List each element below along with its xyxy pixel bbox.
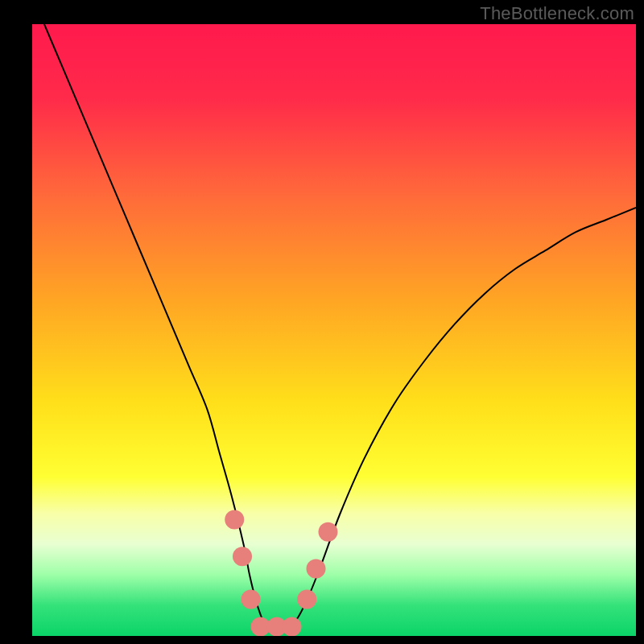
chart-svg <box>32 24 636 636</box>
watermark-text: TheBottleneck.com <box>480 3 634 24</box>
chart-frame: TheBottleneck.com <box>0 0 644 644</box>
gradient-background <box>32 24 636 636</box>
curve-marker <box>307 559 326 578</box>
curve-marker <box>242 589 261 609</box>
curve-marker <box>319 522 338 542</box>
curve-marker <box>283 617 302 636</box>
curve-marker <box>225 510 244 530</box>
curve-marker <box>297 589 316 609</box>
curve-marker <box>233 547 252 566</box>
plot-area <box>32 24 636 636</box>
